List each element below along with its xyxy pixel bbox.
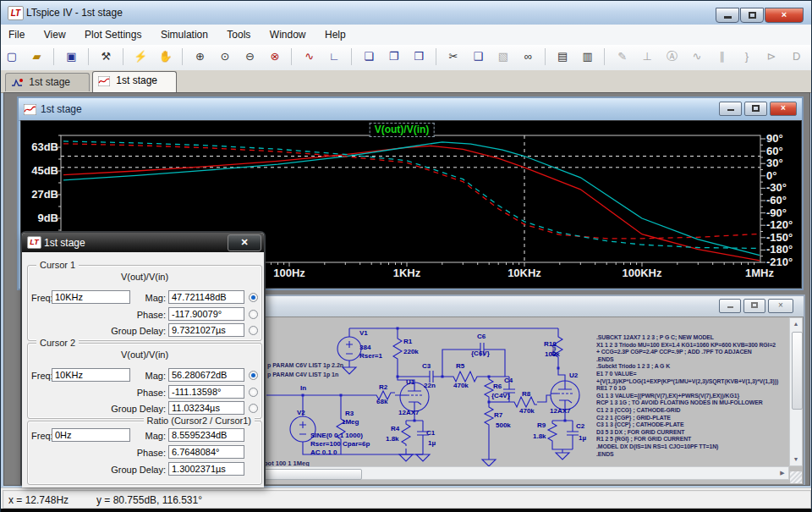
component-label[interactable]: R5 <box>456 362 464 370</box>
component-label[interactable]: R1 <box>403 338 412 345</box>
menu-file[interactable]: File <box>1 25 32 45</box>
resize-grip[interactable] <box>790 471 802 483</box>
schematic-vertical-scrollbar[interactable]: ▲ ▼ <box>789 317 803 466</box>
component-label[interactable]: R7 <box>494 411 502 419</box>
component-value[interactable]: {C6V} <box>471 350 490 357</box>
component-value[interactable]: 1µ <box>428 439 436 447</box>
component-label[interactable]: U2 <box>569 372 578 379</box>
ratio-phase-field[interactable]: 6.7648084° <box>168 445 244 459</box>
component-label[interactable]: C6 <box>477 333 486 340</box>
cursor2-group-delay-field[interactable]: 11.03234µs <box>168 401 244 415</box>
component-label[interactable]: R4 <box>391 425 399 432</box>
component-label[interactable]: R8 <box>522 390 530 398</box>
ratio-group-delay-field[interactable]: 1.3002371µs <box>168 462 244 476</box>
directive-fragment[interactable]: pot 100 1 1Meg <box>264 460 310 466</box>
control-panel-button[interactable]: ⚒ <box>96 47 116 67</box>
inductor-tool-button[interactable]: } <box>737 47 757 67</box>
print-button[interactable]: ▥ <box>578 47 598 67</box>
menu-simulation[interactable]: Simulation <box>153 25 216 45</box>
open-button[interactable]: ▰ <box>26 47 47 67</box>
step-param-directive[interactable]: p PARAM C4V LIST 1p 1n <box>267 372 338 377</box>
schematic-close-button[interactable]: × <box>768 299 793 313</box>
component-value[interactable]: 470k <box>519 407 535 415</box>
menu-tools[interactable]: Tools <box>219 25 258 45</box>
cursor1-phase-field[interactable]: -117.90079° <box>168 307 244 321</box>
ground-tool-button[interactable]: ⊥ <box>637 47 657 67</box>
component-value[interactable]: 384 <box>359 344 370 351</box>
cursor1-group-delay-field[interactable]: 9.7321027µs <box>168 323 244 337</box>
component-value[interactable]: 22n <box>424 382 436 389</box>
component-value[interactable]: AC 0.1 0 <box>310 449 337 456</box>
plot-maximize-button[interactable] <box>744 102 767 116</box>
zoom-out-button[interactable]: ⊖ <box>239 47 260 67</box>
netlist-text[interactable]: .SUBCKT 12AX7 1 2 3 ; P G C; NEW MODELX1… <box>596 334 789 458</box>
print-preview-button[interactable]: ▤ <box>552 47 573 67</box>
paste-button[interactable]: ▧ <box>493 47 513 67</box>
component-label[interactable]: C4 <box>504 377 513 384</box>
copy-button[interactable]: ❑ <box>468 47 488 67</box>
tab-schematic-1st-stage[interactable]: 1st stage <box>5 73 90 91</box>
component-label[interactable]: R6 <box>493 383 502 390</box>
cursor1-mag-radio[interactable] <box>249 293 258 302</box>
net-label-out[interactable]: Out <box>550 344 557 356</box>
zoom-extents-button[interactable]: ⊗ <box>265 47 285 67</box>
component-label[interactable]: V1 <box>359 329 368 337</box>
component-label[interactable]: R2 <box>379 383 387 391</box>
schematic-maximize-button[interactable] <box>743 299 765 313</box>
cursor1-mag-field[interactable]: 47.721148dB <box>168 290 244 304</box>
cursor2-gd-radio[interactable] <box>249 404 258 413</box>
cursor2-phase-field[interactable]: -111.13598° <box>168 385 244 399</box>
menu-help[interactable]: Help <box>317 25 354 45</box>
cursor-dialog-titlebar[interactable]: LT 1st stage ✕ <box>22 233 264 252</box>
net-label-in[interactable]: In <box>300 384 306 392</box>
scroll-up-icon[interactable]: ▲ <box>790 318 802 330</box>
component-value[interactable]: 12AX7 <box>550 407 570 415</box>
cursor2-phase-radio[interactable] <box>249 388 258 397</box>
cut-button[interactable]: ✂ <box>443 47 464 67</box>
cursor-dialog-close-button[interactable]: ✕ <box>228 234 261 251</box>
cascade-button[interactable]: ❐ <box>384 47 404 67</box>
resistor-tool-button[interactable]: ∿ <box>687 47 707 67</box>
maximize-button[interactable] <box>740 8 764 23</box>
component-value[interactable]: 1.8k <box>386 435 399 443</box>
component-label[interactable]: R9 <box>537 421 546 429</box>
menu-plot-settings[interactable]: Plot Settings <box>77 25 149 45</box>
plot-close-button[interactable]: × <box>770 102 797 116</box>
component-label[interactable]: U1 <box>406 378 414 386</box>
trace-label[interactable]: V(out)/V(in) <box>370 123 435 137</box>
find-button[interactable]: ∞ <box>518 47 538 67</box>
title-bar[interactable]: LT LTspice IV - 1st stage × <box>1 1 811 25</box>
cursor1-phase-radio[interactable] <box>249 310 258 319</box>
halt-button[interactable]: ✋ <box>156 47 176 67</box>
cursor2-mag-field[interactable]: 56.280672dB <box>168 368 244 382</box>
wire-tool-button[interactable]: ✎ <box>612 47 633 67</box>
component-value[interactable]: 220k <box>403 348 419 355</box>
scroll-right-icon[interactable]: ▶ <box>776 467 788 479</box>
component-value[interactable]: 1µ <box>579 434 586 442</box>
component-value[interactable]: Rser=100 Cpar=6p <box>310 440 370 448</box>
diode-tool-button[interactable]: ⊳ <box>761 47 782 67</box>
minimize-button[interactable] <box>716 8 739 23</box>
label-net-button[interactable]: Ⓐ <box>662 47 683 67</box>
cursor2-mag-radio[interactable] <box>249 371 258 380</box>
component-value[interactable]: {C4V} <box>491 392 510 399</box>
component-value[interactable]: Rser=1 <box>359 352 382 360</box>
component-value[interactable]: 470k <box>453 382 469 389</box>
ratio-mag-field[interactable]: 8.5595234dB <box>168 428 244 442</box>
plot-minimize-button[interactable] <box>719 102 742 116</box>
capacitor-tool-button[interactable]: ∥ <box>711 47 732 67</box>
component-value[interactable]: 68k <box>376 398 387 405</box>
menu-view[interactable]: View <box>36 25 74 45</box>
step-param-directive[interactable]: p PARAM C6V LIST 1p 2.2n <box>267 362 343 368</box>
component-value[interactable]: 1Meg <box>342 418 359 426</box>
component-value[interactable]: 500k <box>496 421 511 429</box>
tile-horizontal-button[interactable]: ❏ <box>359 47 379 67</box>
component-label[interactable]: R3 <box>345 410 354 417</box>
schematic-minimize-button[interactable] <box>719 299 741 313</box>
vertical-scroll-thumb[interactable] <box>792 332 803 410</box>
component-value[interactable]: SINE(0 0.1 1000) <box>310 432 363 439</box>
scroll-down-icon[interactable]: ▼ <box>790 454 802 465</box>
component-label[interactable]: C2 <box>576 422 584 430</box>
save-button[interactable]: ▣ <box>61 47 81 67</box>
component-label[interactable]: V2 <box>297 409 305 416</box>
